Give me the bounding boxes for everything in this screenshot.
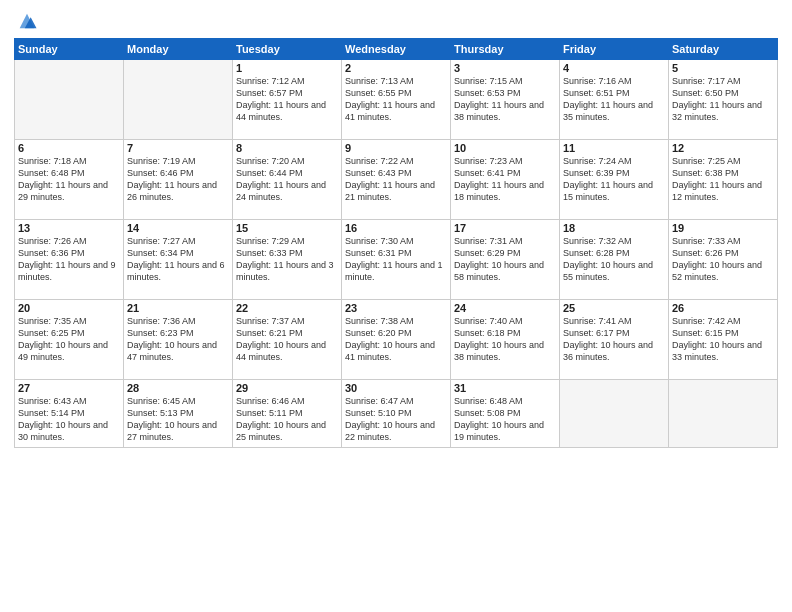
day-number: 19 [672, 222, 774, 234]
calendar-cell: 10Sunrise: 7:23 AMSunset: 6:41 PMDayligh… [451, 140, 560, 220]
day-info: Sunrise: 7:24 AMSunset: 6:39 PMDaylight:… [563, 155, 665, 204]
day-number: 20 [18, 302, 120, 314]
calendar-cell: 2Sunrise: 7:13 AMSunset: 6:55 PMDaylight… [342, 60, 451, 140]
day-number: 24 [454, 302, 556, 314]
page-header [14, 10, 778, 32]
day-number: 22 [236, 302, 338, 314]
day-number: 10 [454, 142, 556, 154]
day-number: 30 [345, 382, 447, 394]
day-number: 18 [563, 222, 665, 234]
day-number: 7 [127, 142, 229, 154]
calendar-cell: 19Sunrise: 7:33 AMSunset: 6:26 PMDayligh… [669, 220, 778, 300]
day-number: 4 [563, 62, 665, 74]
day-number: 13 [18, 222, 120, 234]
column-header-saturday: Saturday [669, 39, 778, 60]
day-info: Sunrise: 7:36 AMSunset: 6:23 PMDaylight:… [127, 315, 229, 364]
day-number: 1 [236, 62, 338, 74]
column-header-wednesday: Wednesday [342, 39, 451, 60]
day-number: 8 [236, 142, 338, 154]
calendar-cell: 26Sunrise: 7:42 AMSunset: 6:15 PMDayligh… [669, 300, 778, 380]
day-number: 29 [236, 382, 338, 394]
calendar-cell: 18Sunrise: 7:32 AMSunset: 6:28 PMDayligh… [560, 220, 669, 300]
day-info: Sunrise: 7:38 AMSunset: 6:20 PMDaylight:… [345, 315, 447, 364]
calendar-cell: 12Sunrise: 7:25 AMSunset: 6:38 PMDayligh… [669, 140, 778, 220]
day-info: Sunrise: 7:27 AMSunset: 6:34 PMDaylight:… [127, 235, 229, 284]
day-number: 17 [454, 222, 556, 234]
calendar-cell: 28Sunrise: 6:45 AMSunset: 5:13 PMDayligh… [124, 380, 233, 448]
column-header-friday: Friday [560, 39, 669, 60]
calendar-cell: 30Sunrise: 6:47 AMSunset: 5:10 PMDayligh… [342, 380, 451, 448]
day-number: 11 [563, 142, 665, 154]
calendar-cell: 14Sunrise: 7:27 AMSunset: 6:34 PMDayligh… [124, 220, 233, 300]
calendar-cell: 27Sunrise: 6:43 AMSunset: 5:14 PMDayligh… [15, 380, 124, 448]
calendar-cell: 24Sunrise: 7:40 AMSunset: 6:18 PMDayligh… [451, 300, 560, 380]
calendar-week-row: 13Sunrise: 7:26 AMSunset: 6:36 PMDayligh… [15, 220, 778, 300]
calendar-cell: 9Sunrise: 7:22 AMSunset: 6:43 PMDaylight… [342, 140, 451, 220]
day-info: Sunrise: 7:33 AMSunset: 6:26 PMDaylight:… [672, 235, 774, 284]
calendar-week-row: 27Sunrise: 6:43 AMSunset: 5:14 PMDayligh… [15, 380, 778, 448]
calendar-cell [124, 60, 233, 140]
day-number: 16 [345, 222, 447, 234]
day-info: Sunrise: 6:43 AMSunset: 5:14 PMDaylight:… [18, 395, 120, 444]
day-number: 5 [672, 62, 774, 74]
day-info: Sunrise: 7:18 AMSunset: 6:48 PMDaylight:… [18, 155, 120, 204]
calendar-cell: 8Sunrise: 7:20 AMSunset: 6:44 PMDaylight… [233, 140, 342, 220]
day-number: 25 [563, 302, 665, 314]
calendar-week-row: 6Sunrise: 7:18 AMSunset: 6:48 PMDaylight… [15, 140, 778, 220]
day-number: 31 [454, 382, 556, 394]
calendar-cell: 15Sunrise: 7:29 AMSunset: 6:33 PMDayligh… [233, 220, 342, 300]
day-number: 3 [454, 62, 556, 74]
day-info: Sunrise: 7:31 AMSunset: 6:29 PMDaylight:… [454, 235, 556, 284]
calendar-cell [15, 60, 124, 140]
day-number: 26 [672, 302, 774, 314]
day-info: Sunrise: 7:12 AMSunset: 6:57 PMDaylight:… [236, 75, 338, 124]
calendar-cell: 25Sunrise: 7:41 AMSunset: 6:17 PMDayligh… [560, 300, 669, 380]
day-info: Sunrise: 7:17 AMSunset: 6:50 PMDaylight:… [672, 75, 774, 124]
calendar-cell: 4Sunrise: 7:16 AMSunset: 6:51 PMDaylight… [560, 60, 669, 140]
day-info: Sunrise: 7:35 AMSunset: 6:25 PMDaylight:… [18, 315, 120, 364]
calendar-cell: 13Sunrise: 7:26 AMSunset: 6:36 PMDayligh… [15, 220, 124, 300]
day-info: Sunrise: 7:22 AMSunset: 6:43 PMDaylight:… [345, 155, 447, 204]
day-number: 21 [127, 302, 229, 314]
column-header-tuesday: Tuesday [233, 39, 342, 60]
calendar-week-row: 20Sunrise: 7:35 AMSunset: 6:25 PMDayligh… [15, 300, 778, 380]
calendar-cell: 5Sunrise: 7:17 AMSunset: 6:50 PMDaylight… [669, 60, 778, 140]
day-info: Sunrise: 7:23 AMSunset: 6:41 PMDaylight:… [454, 155, 556, 204]
day-number: 15 [236, 222, 338, 234]
calendar-week-row: 1Sunrise: 7:12 AMSunset: 6:57 PMDaylight… [15, 60, 778, 140]
calendar-cell: 20Sunrise: 7:35 AMSunset: 6:25 PMDayligh… [15, 300, 124, 380]
column-header-thursday: Thursday [451, 39, 560, 60]
day-number: 28 [127, 382, 229, 394]
day-info: Sunrise: 7:16 AMSunset: 6:51 PMDaylight:… [563, 75, 665, 124]
day-info: Sunrise: 7:37 AMSunset: 6:21 PMDaylight:… [236, 315, 338, 364]
calendar-cell: 6Sunrise: 7:18 AMSunset: 6:48 PMDaylight… [15, 140, 124, 220]
day-info: Sunrise: 7:41 AMSunset: 6:17 PMDaylight:… [563, 315, 665, 364]
calendar-cell: 7Sunrise: 7:19 AMSunset: 6:46 PMDaylight… [124, 140, 233, 220]
calendar-cell: 23Sunrise: 7:38 AMSunset: 6:20 PMDayligh… [342, 300, 451, 380]
calendar-cell: 1Sunrise: 7:12 AMSunset: 6:57 PMDaylight… [233, 60, 342, 140]
day-info: Sunrise: 7:25 AMSunset: 6:38 PMDaylight:… [672, 155, 774, 204]
day-info: Sunrise: 7:32 AMSunset: 6:28 PMDaylight:… [563, 235, 665, 284]
day-info: Sunrise: 6:48 AMSunset: 5:08 PMDaylight:… [454, 395, 556, 444]
logo [14, 10, 38, 32]
day-number: 23 [345, 302, 447, 314]
day-info: Sunrise: 6:46 AMSunset: 5:11 PMDaylight:… [236, 395, 338, 444]
calendar-table: SundayMondayTuesdayWednesdayThursdayFrid… [14, 38, 778, 448]
calendar-cell: 22Sunrise: 7:37 AMSunset: 6:21 PMDayligh… [233, 300, 342, 380]
calendar-cell: 21Sunrise: 7:36 AMSunset: 6:23 PMDayligh… [124, 300, 233, 380]
day-info: Sunrise: 7:13 AMSunset: 6:55 PMDaylight:… [345, 75, 447, 124]
day-info: Sunrise: 6:45 AMSunset: 5:13 PMDaylight:… [127, 395, 229, 444]
day-info: Sunrise: 7:15 AMSunset: 6:53 PMDaylight:… [454, 75, 556, 124]
column-header-monday: Monday [124, 39, 233, 60]
day-number: 2 [345, 62, 447, 74]
calendar-cell: 17Sunrise: 7:31 AMSunset: 6:29 PMDayligh… [451, 220, 560, 300]
column-header-sunday: Sunday [15, 39, 124, 60]
calendar-cell: 31Sunrise: 6:48 AMSunset: 5:08 PMDayligh… [451, 380, 560, 448]
logo-icon [16, 10, 38, 32]
day-info: Sunrise: 6:47 AMSunset: 5:10 PMDaylight:… [345, 395, 447, 444]
day-info: Sunrise: 7:30 AMSunset: 6:31 PMDaylight:… [345, 235, 447, 284]
calendar-cell: 11Sunrise: 7:24 AMSunset: 6:39 PMDayligh… [560, 140, 669, 220]
day-number: 9 [345, 142, 447, 154]
calendar-cell: 3Sunrise: 7:15 AMSunset: 6:53 PMDaylight… [451, 60, 560, 140]
calendar-header-row: SundayMondayTuesdayWednesdayThursdayFrid… [15, 39, 778, 60]
